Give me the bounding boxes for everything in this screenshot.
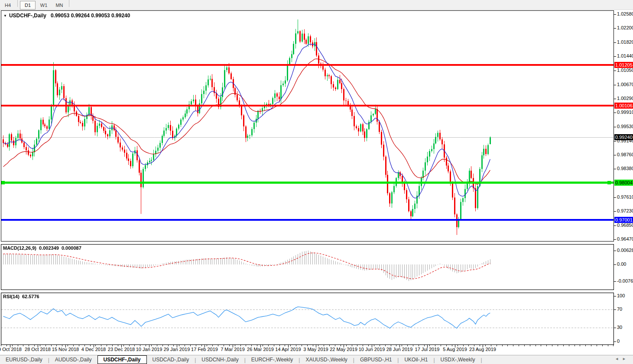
time-axis-minor-tick	[402, 345, 402, 346]
macd-indicator-canvas[interactable]	[1, 244, 614, 290]
axis-tick-mark	[614, 264, 616, 265]
time-axis-minor-tick	[56, 345, 57, 346]
chart-tab-ukoil-h1[interactable]: UKOil-,H1	[399, 356, 433, 364]
time-axis-label: 10 Jan 2019	[136, 347, 162, 352]
chart-tab-audusd-daily[interactable]: AUDUSD-,Daily	[49, 356, 97, 364]
axis-tick-mark	[614, 113, 616, 113]
timeframe-button-mn[interactable]: MN	[52, 1, 67, 9]
time-axis-minor-tick	[380, 345, 380, 346]
chart-tab-xauusd-weekly[interactable]: XAUUSD-,Weekly	[300, 356, 353, 364]
time-axis-minor-tick	[385, 345, 386, 346]
timeframe-button-w1[interactable]: W1	[36, 1, 51, 9]
time-axis-minor-tick	[62, 345, 62, 346]
time-axis-minor-tick	[207, 345, 207, 346]
axis-tick-mark	[614, 56, 616, 57]
chart-tab-usdchf-daily[interactable]: USDCHF-,Daily	[97, 355, 147, 364]
rsi-indicator-canvas[interactable]	[1, 293, 614, 345]
price-axis-label: 1.00670	[617, 82, 633, 87]
time-axis-label: 10 Jun 2019	[359, 347, 385, 352]
timeframe-button-d1[interactable]: D1	[20, 1, 36, 10]
rsi-axis-label: 100	[617, 293, 625, 298]
time-axis-minor-tick	[429, 345, 430, 346]
time-axis-minor-tick	[613, 345, 614, 346]
time-axis-minor-tick	[79, 345, 79, 346]
time-axis-label: 3 May 2019	[303, 347, 328, 352]
price-axis-label: 1.01820	[617, 39, 633, 45]
chart-tab-eurchf-weekly[interactable]: EURCHF-,Weekly	[246, 356, 299, 364]
time-axis-label: 7 Mar 2019	[221, 347, 245, 352]
price-axis-label: 1.02200	[617, 25, 633, 30]
time-axis-minor-tick	[229, 345, 230, 346]
time-axis-label: 15 Nov 2018	[52, 347, 79, 352]
axis-tick-mark	[614, 85, 616, 85]
axis-tick-mark	[614, 239, 616, 240]
toolbar-separator	[69, 0, 69, 7]
time-axis-minor-tick	[240, 345, 241, 346]
time-axis-label: 26 Mar 2019	[247, 347, 274, 352]
axis-tick-mark	[614, 14, 616, 15]
axis-tick-mark	[614, 251, 616, 251]
timeframe-buttons: H4D1W1MN	[0, 0, 71, 10]
time-axis-minor-tick	[179, 345, 179, 346]
time-axis-minor-tick	[95, 345, 96, 346]
time-axis-minor-tick	[357, 345, 357, 346]
time-axis-minor-tick	[1, 345, 1, 346]
time-axis-minor-tick	[6, 345, 7, 346]
chart-tab-usdcnh-daily[interactable]: USDCNH-,Daily	[196, 356, 244, 364]
chart-tab-usdx-weekly[interactable]: USDX-,Weekly	[435, 356, 481, 364]
metatrader-window: H4D1W1MN ▼USDCHF-,Daily0.99053 0.99264 0…	[0, 0, 633, 364]
time-axis-minor-tick	[446, 345, 447, 346]
time-axis-minor-tick	[313, 345, 313, 346]
chart-tab-gbpusd-h1[interactable]: GBPUSD-,H1	[354, 356, 397, 364]
time-axis-minor-tick	[168, 345, 169, 346]
time-axis-minor-tick	[185, 345, 185, 346]
time-axis-minor-tick	[575, 345, 575, 346]
time-axis-minor-tick	[257, 345, 257, 346]
time-axis-minor-tick	[123, 345, 124, 346]
time-axis-minor-tick	[541, 345, 541, 346]
time-axis-minor-tick	[452, 345, 452, 346]
chart-title: ▼USDCHF-,Daily0.99053 0.99264 0.99053 0.…	[3, 13, 130, 19]
time-axis-minor-tick	[29, 345, 29, 346]
time-axis-minor-tick	[134, 345, 135, 346]
time-axis-minor-tick	[558, 345, 558, 346]
chart-tab-usdcad-daily[interactable]: USDCAD-,Daily	[147, 356, 195, 364]
time-axis-minor-tick	[173, 345, 174, 346]
macd-axis-label: 0.00	[617, 261, 626, 267]
axis-tick-mark	[614, 28, 616, 29]
time-axis-label: 4 Dec 2018	[81, 347, 106, 352]
time-axis-minor-tick	[346, 345, 347, 346]
axis-tick-mark	[614, 225, 616, 226]
time-axis-minor-tick	[335, 345, 335, 346]
chart-symbol-label: USDCHF-,Daily	[9, 13, 46, 19]
price-axis-label: 1.01050	[617, 68, 633, 73]
rsi-label: RSI(14)62.5776	[3, 294, 42, 299]
chart-dropdown-icon[interactable]: ▼	[3, 14, 7, 18]
time-axis-minor-tick	[268, 345, 269, 346]
time-axis-label: 14 Apr 2019	[275, 347, 301, 352]
time-axis-minor-tick	[413, 345, 413, 346]
time-axis-minor-tick	[34, 345, 35, 346]
price-chart-canvas[interactable]	[1, 10, 614, 242]
tab-scroll-left-icon[interactable]: ◄	[615, 357, 622, 361]
time-axis-minor-tick	[441, 345, 441, 346]
axis-tick-mark	[614, 155, 616, 155]
time-axis-minor-tick	[546, 345, 547, 346]
price-level-badge: 0.97001	[614, 217, 633, 223]
toolbar-separator	[17, 0, 18, 7]
time-axis-minor-tick	[396, 345, 396, 346]
price-axis-label: 0.98380	[617, 166, 633, 171]
time-axis-minor-tick	[84, 345, 85, 346]
time-axis-minor-tick	[602, 345, 603, 346]
time-axis-minor-tick	[263, 345, 263, 346]
timeframe-button-h4[interactable]: H4	[0, 1, 15, 9]
time-axis-minor-tick	[162, 345, 163, 346]
tab-scroll-arrows[interactable]: ◄►	[615, 357, 630, 361]
tab-scroll-right-icon[interactable]: ►	[622, 357, 630, 361]
time-axis-minor-tick	[307, 345, 308, 346]
time-axis-minor-tick	[40, 345, 40, 346]
time-axis-minor-tick	[497, 345, 497, 346]
chart-tab-eurusd-daily[interactable]: EURUSD-,Daily	[0, 356, 48, 364]
tab-separator: |	[480, 357, 482, 363]
time-axis-minor-tick	[73, 345, 74, 346]
